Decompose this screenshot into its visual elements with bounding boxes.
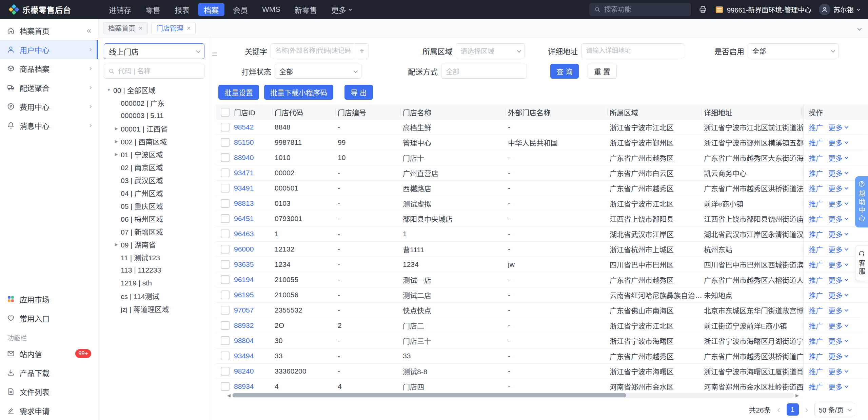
row-checkbox[interactable] bbox=[221, 336, 230, 345]
row-checkbox[interactable] bbox=[221, 291, 230, 299]
row-checkbox[interactable] bbox=[221, 275, 230, 284]
row-checkbox[interactable] bbox=[221, 153, 230, 162]
batch-download-qr-button[interactable]: 批量下载小程序码 bbox=[264, 85, 333, 100]
promote-link[interactable]: 推广 bbox=[809, 305, 823, 315]
scrollbar-thumb[interactable] bbox=[233, 393, 626, 397]
row-checkbox[interactable] bbox=[221, 123, 230, 132]
sidebar-item[interactable]: 档案首页« bbox=[0, 21, 98, 40]
batch-set-button[interactable]: 批量设置 bbox=[218, 85, 259, 100]
address-input[interactable] bbox=[586, 47, 679, 55]
tree-node[interactable]: 02 | 南京区域 bbox=[104, 161, 204, 174]
printer-icon[interactable] bbox=[698, 5, 707, 14]
more-actions-link[interactable]: 更多 bbox=[828, 198, 847, 208]
keyword-input[interactable] bbox=[275, 47, 351, 55]
promote-link[interactable]: 推广 bbox=[809, 320, 823, 331]
sidebar-item[interactable]: 费用中心 bbox=[0, 97, 98, 116]
tree-node[interactable]: 07 | 新增区域 bbox=[104, 225, 204, 238]
store-id-link[interactable]: 98813 bbox=[234, 196, 275, 211]
close-icon[interactable]: × bbox=[187, 25, 191, 32]
store-id-link[interactable]: 88932 bbox=[234, 318, 275, 333]
more-actions-link[interactable]: 更多 bbox=[828, 229, 847, 239]
more-actions-link[interactable]: 更多 bbox=[828, 366, 847, 376]
store-type-select[interactable]: 线上门店 bbox=[104, 43, 204, 59]
reset-button[interactable]: 重 置 bbox=[588, 64, 617, 79]
collapse-sidebar-icon[interactable]: « bbox=[87, 26, 91, 35]
close-icon[interactable]: × bbox=[139, 25, 143, 32]
promote-link[interactable]: 推广 bbox=[809, 259, 823, 269]
tab-store-management[interactable]: 门店管理 × bbox=[151, 22, 196, 34]
expander-icon[interactable]: ▶ bbox=[112, 152, 121, 157]
close-status-select[interactable]: 全部 bbox=[275, 64, 361, 79]
query-button[interactable]: 查 询 bbox=[550, 64, 579, 79]
topbar-nav-item[interactable]: 报表 bbox=[169, 3, 195, 16]
row-checkbox[interactable] bbox=[221, 138, 230, 147]
row-checkbox[interactable] bbox=[221, 382, 230, 391]
topbar-nav-item[interactable]: 进销存 bbox=[103, 3, 137, 16]
tree-node[interactable]: 000002 | 广东 bbox=[104, 96, 204, 109]
more-actions-link[interactable]: 更多 bbox=[828, 351, 847, 361]
promote-link[interactable]: 推广 bbox=[809, 351, 823, 361]
promote-link[interactable]: 推广 bbox=[809, 153, 823, 163]
sidebar-item[interactable]: 用户中心 bbox=[0, 40, 98, 59]
more-actions-link[interactable]: 更多 bbox=[828, 168, 847, 178]
row-checkbox[interactable] bbox=[221, 184, 230, 193]
tree-node[interactable]: ▶002 | 西南区域 bbox=[104, 135, 204, 148]
topbar-nav-item[interactable]: 档案 bbox=[198, 3, 224, 16]
scrollbar-track[interactable] bbox=[232, 393, 794, 398]
tree-node[interactable]: cs | 114测试 bbox=[104, 289, 204, 302]
tab-overflow-button[interactable] bbox=[855, 21, 863, 35]
tree-node[interactable]: ▶00001 | 江西省 bbox=[104, 122, 204, 135]
tab-archive-home[interactable]: 档案首页 × bbox=[103, 22, 148, 34]
topbar-nav-item[interactable]: 零售 bbox=[140, 3, 166, 16]
region-select[interactable]: 请选择区域 bbox=[456, 43, 525, 58]
sidebar-item[interactable]: 消息中心 bbox=[0, 116, 98, 135]
more-actions-link[interactable]: 更多 bbox=[828, 137, 847, 147]
promote-link[interactable]: 推广 bbox=[809, 381, 823, 392]
store-id-link[interactable]: 96195 bbox=[234, 287, 275, 302]
promote-link[interactable]: 推广 bbox=[809, 214, 823, 224]
global-search[interactable] bbox=[589, 3, 691, 16]
promote-link[interactable]: 推广 bbox=[809, 290, 823, 300]
store-id-link[interactable]: 93635 bbox=[234, 257, 275, 272]
tree-node[interactable]: ▶01 | 宁波区域 bbox=[104, 148, 204, 161]
tree-node[interactable]: 03 | 武汉区域 bbox=[104, 174, 204, 186]
store-id-link[interactable]: 93471 bbox=[234, 165, 275, 180]
promote-link[interactable]: 推广 bbox=[809, 122, 823, 132]
sidebar-item[interactable]: 产品下载 bbox=[0, 363, 98, 382]
store-id-link[interactable]: 96451 bbox=[234, 211, 275, 226]
store-id-link[interactable]: 96463 bbox=[234, 226, 275, 241]
user-menu[interactable]: 苏尔银 bbox=[819, 4, 859, 15]
more-actions-link[interactable]: 更多 bbox=[828, 259, 847, 269]
store-id-link[interactable]: 93491 bbox=[234, 181, 275, 196]
store-id-link[interactable]: 96000 bbox=[234, 242, 275, 257]
promote-link[interactable]: 推广 bbox=[809, 275, 823, 285]
row-checkbox[interactable] bbox=[221, 245, 230, 254]
scroll-left-icon[interactable]: ◀ bbox=[226, 393, 232, 398]
help-center-tab[interactable]: 帮助中心 bbox=[855, 176, 868, 227]
more-actions-link[interactable]: 更多 bbox=[828, 244, 847, 254]
sidebar-item[interactable]: 文件列表 bbox=[0, 382, 98, 401]
scroll-right-icon[interactable]: ▶ bbox=[794, 393, 800, 398]
promote-link[interactable]: 推广 bbox=[809, 183, 823, 193]
row-checkbox[interactable] bbox=[221, 199, 230, 208]
promote-link[interactable]: 推广 bbox=[809, 137, 823, 147]
store-id-link[interactable]: 98542 bbox=[234, 120, 275, 135]
store-id-link[interactable]: 93494 bbox=[234, 348, 275, 363]
topbar-nav-item[interactable]: 会员 bbox=[227, 3, 254, 16]
expander-icon[interactable]: ▶ bbox=[112, 139, 121, 144]
row-checkbox[interactable] bbox=[221, 260, 230, 269]
promote-link[interactable]: 推广 bbox=[809, 168, 823, 178]
tree-search[interactable] bbox=[104, 64, 204, 79]
tree-node[interactable]: ▼00 | 全部区域 bbox=[104, 83, 204, 96]
more-actions-link[interactable]: 更多 bbox=[828, 214, 847, 224]
tree-node[interactable]: 11 | 测试123 bbox=[104, 251, 204, 264]
select-all-checkbox[interactable] bbox=[221, 108, 230, 117]
store-id-link[interactable]: 97057 bbox=[234, 303, 275, 318]
sidebar-item[interactable]: 商品档案 bbox=[0, 59, 98, 78]
tree-search-input[interactable] bbox=[118, 67, 200, 75]
sidebar-item[interactable]: 常用入口 bbox=[0, 308, 98, 327]
row-checkbox[interactable] bbox=[221, 321, 230, 330]
more-actions-link[interactable]: 更多 bbox=[828, 336, 847, 346]
sidebar-item[interactable]: 配送聚合 bbox=[0, 78, 98, 97]
expander-icon[interactable]: ▶ bbox=[112, 242, 121, 247]
